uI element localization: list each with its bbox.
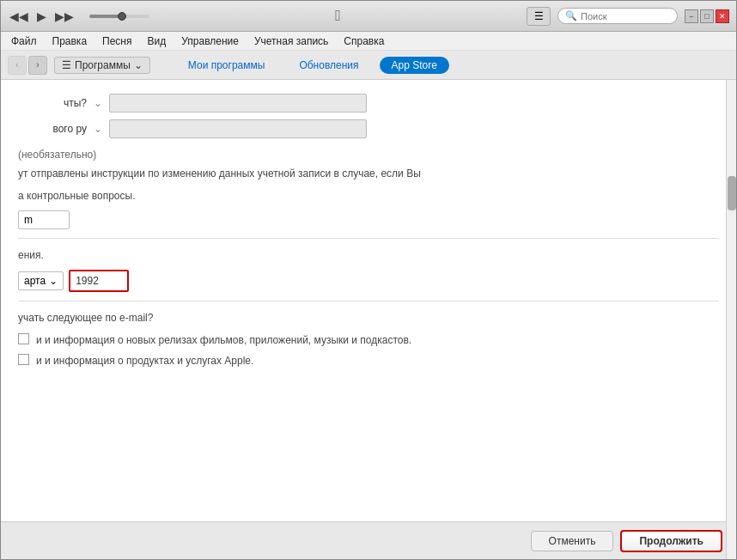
menu-manage[interactable]: Управление	[174, 33, 246, 49]
form-section-1: чты? ⌄ вого ру ⌄	[18, 94, 719, 138]
optional-label: (необязательно)	[18, 149, 719, 161]
volume-slider[interactable]	[89, 15, 149, 18]
small-input[interactable]	[18, 210, 70, 229]
info-text-2: а контрольные вопросы.	[18, 188, 719, 204]
month-label: арта	[24, 275, 46, 287]
checkbox-label-1: и и информация о новых релизах фильмов, …	[36, 332, 411, 348]
year-input[interactable]	[69, 270, 129, 292]
slider-thumb	[118, 12, 126, 21]
checkbox-label-2: и и информация о продуктах и услугах App…	[36, 353, 253, 368]
tab-app-store[interactable]: App Store	[380, 57, 449, 74]
title-bar: ◀◀ ▶ ▶▶  ☰ 🔍 − □ ✕	[1, 1, 736, 32]
divider-1	[18, 238, 719, 239]
close-button[interactable]: ✕	[716, 9, 729, 23]
cancel-button[interactable]: Отменить	[531, 531, 614, 551]
email-section: учать следующее по e-mail? и и информаци…	[18, 310, 719, 368]
menu-view[interactable]: Вид	[141, 33, 174, 49]
checkbox-2[interactable]	[18, 354, 29, 365]
email-question: учать следующее по e-mail?	[18, 310, 719, 326]
forward-button[interactable]: ›	[28, 56, 47, 75]
divider-2	[18, 301, 719, 301]
slider-track	[89, 15, 149, 18]
form-input-2[interactable]	[109, 119, 367, 138]
content-area: чты? ⌄ вого ру ⌄ (необязательно) ут отпр…	[1, 80, 736, 559]
form-row-1: чты? ⌄	[18, 94, 719, 113]
menu-song[interactable]: Песня	[95, 33, 138, 49]
form-row-2: вого ру ⌄	[18, 119, 719, 138]
search-icon: 🔍	[565, 10, 577, 21]
title-bar-right: ☰ 🔍	[527, 7, 678, 26]
dropdown-arrow-2: ⌄	[94, 123, 102, 135]
menu-bar: Файл Правка Песня Вид Управление Учетная…	[1, 32, 736, 51]
checkbox-row-1: и и информация о новых релизах фильмов, …	[18, 332, 719, 348]
menu-help[interactable]: Справка	[337, 33, 391, 49]
programs-dropdown[interactable]: ☰ Программы ⌄	[54, 57, 150, 74]
bottom-bar: Отменить Продолжить	[1, 521, 736, 559]
play-button[interactable]: ▶	[35, 8, 48, 25]
content-inner: чты? ⌄ вого ру ⌄ (необязательно) ут отпр…	[1, 80, 736, 521]
form-row-small	[18, 210, 719, 229]
month-dropdown[interactable]: арта ⌄	[18, 271, 64, 290]
date-row: арта ⌄	[18, 270, 719, 292]
section2-text: ения.	[18, 247, 719, 263]
list-view-button[interactable]: ☰	[527, 7, 551, 26]
menu-account[interactable]: Учетная запись	[247, 33, 335, 49]
form-input-1[interactable]	[109, 94, 367, 113]
scrollbar-right[interactable]	[726, 80, 736, 559]
forward-button[interactable]: ▶▶	[53, 8, 76, 25]
window-controls: − □ ✕	[685, 9, 729, 23]
scrollbar-thumb	[728, 176, 736, 210]
search-input[interactable]	[581, 11, 675, 21]
menu-file[interactable]: Файл	[4, 33, 44, 49]
form-label-2: вого ру	[18, 123, 87, 135]
apple-logo-icon: 	[335, 7, 341, 25]
search-box[interactable]: 🔍	[557, 8, 678, 24]
info-text-1: ут отправлены инструкции по изменению да…	[18, 166, 719, 181]
form-label-1: чты?	[18, 97, 87, 109]
tab-updates[interactable]: Обновления	[285, 56, 372, 75]
info-text-2a: а контрольные вопросы.	[18, 190, 136, 202]
nav-arrows: ‹ ›	[8, 56, 47, 75]
transport-controls: ◀◀ ▶ ▶▶	[8, 8, 76, 25]
checkbox-1[interactable]	[18, 333, 29, 344]
title-bar-center: 	[156, 7, 520, 25]
maximize-button[interactable]: □	[700, 9, 714, 23]
tab-my-programs[interactable]: Мои программы	[174, 56, 279, 75]
rewind-button[interactable]: ◀◀	[8, 8, 30, 25]
programs-chevron-icon: ⌄	[134, 59, 143, 71]
menu-edit[interactable]: Правка	[46, 33, 94, 49]
back-button[interactable]: ‹	[8, 56, 27, 75]
month-chevron-icon: ⌄	[49, 275, 58, 287]
continue-button[interactable]: Продолжить	[620, 530, 722, 552]
dropdown-arrow-1: ⌄	[94, 97, 102, 109]
main-window: ◀◀ ▶ ▶▶  ☰ 🔍 − □ ✕ Файл Правка П	[0, 0, 737, 560]
programs-label: Программы	[75, 59, 131, 71]
checkbox-row-2: и и информация о продуктах и услугах App…	[18, 353, 719, 368]
nav-tabs: Мои программы Обновления App Store	[174, 56, 449, 75]
nav-bar: ‹ › ☰ Программы ⌄ Мои программы Обновлен…	[1, 51, 736, 80]
minimize-button[interactable]: −	[685, 9, 698, 23]
programs-icon: ☰	[62, 59, 71, 71]
